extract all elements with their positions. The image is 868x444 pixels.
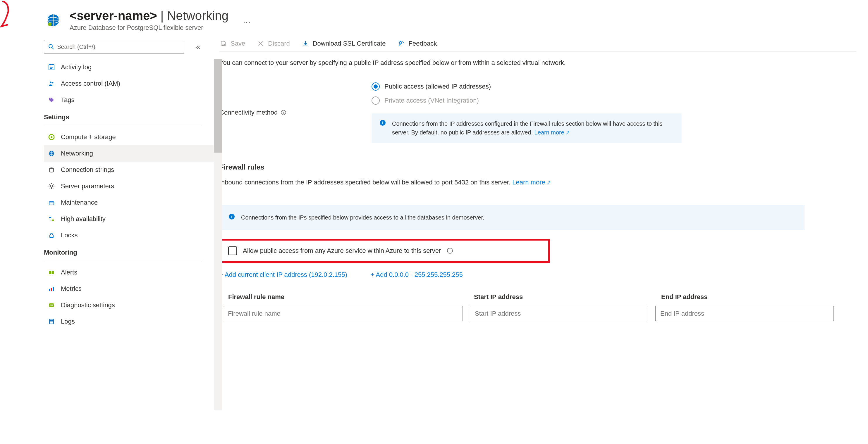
save-icon — [219, 40, 227, 47]
sidebar-item-compute-storage[interactable]: Compute + storage — [44, 129, 214, 145]
col-header-end-ip: End IP address — [661, 293, 848, 301]
firewall-rules-heading: Firewall rules — [219, 163, 856, 171]
firewall-rule-name-input[interactable] — [223, 306, 463, 321]
info-icon[interactable]: i — [281, 110, 286, 115]
svg-text:i: i — [382, 120, 383, 125]
sidebar-item-diagnostic-settings[interactable]: Diagnostic settings — [44, 297, 214, 313]
discard-button[interactable]: Discard — [257, 40, 290, 47]
people-icon — [48, 79, 56, 88]
svg-rect-30 — [52, 219, 54, 221]
sidebar-item-maintenance[interactable]: Maintenance — [44, 194, 214, 211]
info-icon: i — [379, 119, 387, 127]
info-box-firewall-note: i Connections from the IP addresses conf… — [372, 113, 682, 143]
sidebar-item-label: Connection strings — [61, 166, 114, 174]
svg-rect-41 — [222, 44, 224, 45]
end-ip-input[interactable] — [655, 306, 834, 321]
sidebar-group-monitoring: Monitoring — [44, 249, 214, 257]
radio-public-access[interactable]: Public access (allowed IP addresses) — [372, 82, 682, 91]
sidebar-item-networking[interactable]: Networking — [44, 145, 214, 162]
firewall-rules-desc: Inbound connections from the IP addresse… — [219, 177, 856, 187]
start-ip-input[interactable] — [470, 306, 648, 321]
alerts-icon: ! — [48, 268, 56, 276]
svg-rect-27 — [49, 202, 54, 205]
svg-rect-34 — [49, 289, 50, 291]
connection-icon — [48, 166, 56, 174]
svg-point-17 — [50, 168, 54, 169]
svg-line-4 — [52, 48, 54, 49]
svg-text:i: i — [450, 248, 451, 253]
svg-point-13 — [51, 136, 52, 138]
sidebar-item-activity-log[interactable]: Activity log — [44, 59, 214, 75]
sidebar-item-tags[interactable]: Tags — [44, 92, 214, 108]
firewall-table-row — [219, 306, 856, 321]
svg-point-10 — [52, 82, 54, 83]
col-header-start-ip: Start IP address — [474, 293, 661, 301]
col-header-name: Firewall rule name — [228, 293, 474, 301]
sidebar-item-label: Tags — [61, 96, 74, 104]
title-more-button[interactable]: … — [243, 15, 251, 25]
svg-rect-31 — [50, 235, 53, 238]
sidebar-scrollbar[interactable] — [214, 59, 222, 410]
allow-azure-label: Allow public access from any Azure servi… — [243, 247, 441, 254]
svg-line-24 — [53, 187, 54, 188]
svg-point-46 — [399, 41, 402, 44]
page-subtitle: Azure Database for PostgreSQL flexible s… — [70, 24, 228, 32]
sidebar-group-settings: Settings — [44, 113, 214, 121]
resource-icon — [44, 11, 63, 30]
svg-line-23 — [50, 184, 50, 185]
add-client-ip-link[interactable]: + Add current client IP address (192.0.2… — [219, 271, 347, 279]
download-icon — [302, 40, 309, 47]
sidebar-item-access-control[interactable]: Access control (IAM) — [44, 75, 214, 92]
annotation-scribble — [0, 0, 26, 32]
allow-azure-checkbox[interactable] — [228, 246, 237, 255]
tags-icon — [48, 96, 56, 104]
svg-text:i: i — [231, 214, 232, 219]
sidebar-item-metrics[interactable]: Metrics — [44, 281, 214, 297]
sidebar-item-high-availability[interactable]: High availability — [44, 211, 214, 227]
svg-text:!: ! — [51, 270, 52, 274]
sidebar-item-label: Metrics — [61, 285, 82, 293]
logs-icon — [48, 317, 56, 326]
ha-icon — [48, 215, 56, 223]
networking-icon — [48, 149, 56, 158]
learn-more-link[interactable]: Learn more — [512, 179, 551, 186]
search-input[interactable]: Search (Ctrl+/) — [44, 40, 184, 54]
save-button[interactable]: Save — [219, 40, 245, 47]
sidebar-item-locks[interactable]: Locks — [44, 227, 214, 243]
info-icon[interactable]: i — [447, 247, 453, 254]
download-ssl-button[interactable]: Download SSL Certificate — [302, 40, 386, 47]
discard-icon — [257, 40, 265, 47]
sidebar-item-logs[interactable]: Logs — [44, 313, 214, 330]
learn-more-link[interactable]: Learn more — [534, 129, 570, 136]
sidebar-item-label: Alerts — [61, 269, 77, 276]
connectivity-label: Connectivity method i — [219, 82, 348, 143]
svg-point-9 — [50, 81, 52, 83]
maintenance-icon — [48, 199, 56, 207]
collapse-sidebar-button[interactable]: « — [196, 42, 200, 52]
svg-point-18 — [50, 185, 53, 187]
compute-icon — [48, 133, 56, 141]
svg-rect-35 — [51, 288, 52, 291]
diag-icon — [48, 301, 56, 309]
sidebar-item-server-parameters[interactable]: Server parameters — [44, 178, 214, 194]
intro-text: You can connect to your server by specif… — [219, 58, 856, 68]
gear-icon — [48, 182, 56, 190]
svg-rect-36 — [53, 287, 54, 291]
feedback-icon — [398, 40, 405, 47]
add-all-ip-link[interactable]: + Add 0.0.0.0 - 255.255.255.255 — [371, 271, 463, 279]
svg-point-3 — [49, 44, 52, 48]
svg-text:i: i — [283, 110, 284, 114]
svg-point-2 — [48, 23, 52, 26]
sidebar-item-alerts[interactable]: ! Alerts — [44, 264, 214, 281]
sidebar-item-label: Diagnostic settings — [61, 301, 115, 309]
svg-line-26 — [53, 184, 54, 185]
locks-icon — [48, 231, 56, 239]
sidebar-item-label: Access control (IAM) — [61, 80, 120, 88]
info-icon: i — [228, 213, 236, 221]
info-box-databases-note: i Connections from the IPs specified bel… — [219, 205, 805, 230]
toolbar: Save Discard Download SSL Certificate Fe… — [219, 40, 856, 52]
feedback-button[interactable]: Feedback — [398, 40, 437, 47]
connectivity-radio-group: Public access (allowed IP addresses) Pri… — [372, 82, 682, 105]
activity-log-icon — [48, 63, 56, 71]
sidebar-item-connection-strings[interactable]: Connection strings — [44, 162, 214, 178]
